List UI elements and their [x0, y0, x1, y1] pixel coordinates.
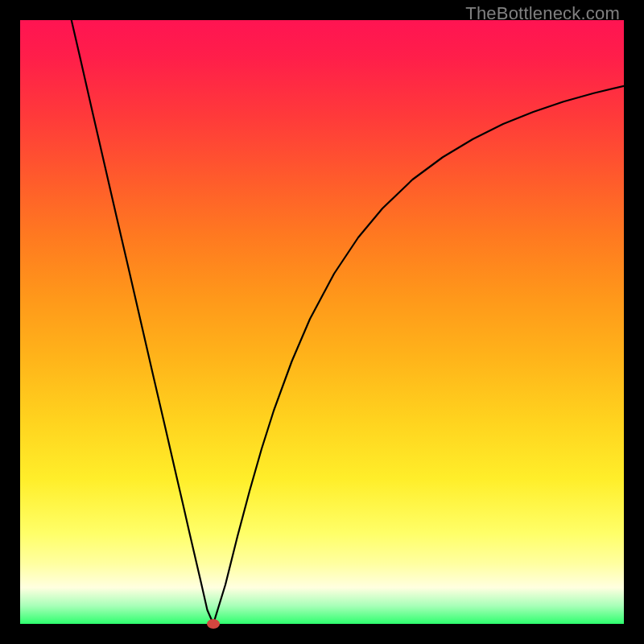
chart-frame: TheBottleneck.com — [0, 0, 644, 644]
minimum-marker — [207, 619, 220, 629]
watermark: TheBottleneck.com — [465, 3, 620, 24]
plot-area — [20, 20, 624, 624]
